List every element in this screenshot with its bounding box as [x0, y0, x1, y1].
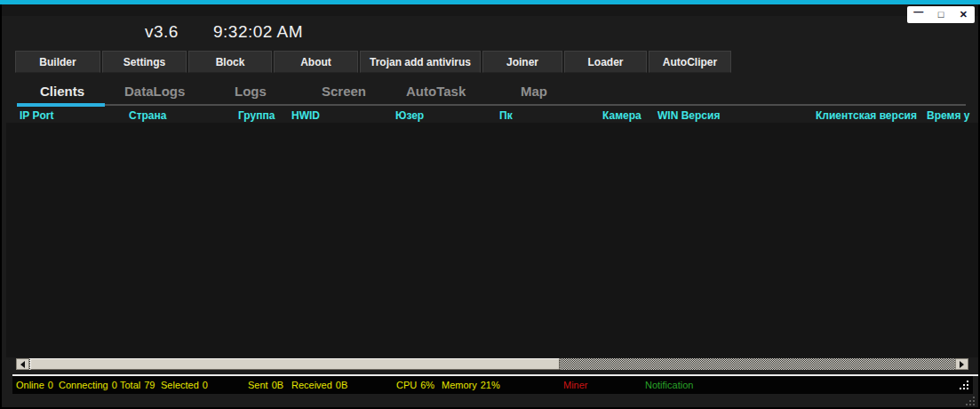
- tab-clients[interactable]: Clients: [40, 84, 84, 99]
- status-miner: Miner: [563, 380, 588, 390]
- block-button[interactable]: Block: [188, 51, 272, 73]
- minimize-button[interactable]: —: [907, 6, 929, 23]
- window-controls: — □ ✕: [907, 6, 975, 23]
- tab-logs[interactable]: Logs: [235, 84, 267, 99]
- status-total: Total79: [120, 380, 155, 390]
- minimize-icon: —: [913, 6, 923, 17]
- tab-autotask[interactable]: AutoTask: [406, 84, 466, 99]
- clients-table-header: IP Port Страна Группа HWID Юзер Пк Камер…: [0, 109, 980, 123]
- arrow-left-icon: [20, 361, 25, 368]
- clients-table-body: [6, 123, 978, 357]
- scroll-left-button[interactable]: [16, 358, 29, 370]
- maximize-button[interactable]: □: [929, 6, 952, 23]
- column-header-pc[interactable]: Пк: [499, 109, 513, 122]
- clock-label: 9:32:02 AM: [213, 22, 303, 42]
- scrollbar-thumb[interactable]: [30, 358, 560, 370]
- status-received: Received0B: [291, 380, 347, 390]
- resize-grip-icon[interactable]: [960, 381, 969, 390]
- app-window: v3.6 9:32:02 AM — □ ✕ Builder Settings B…: [0, 0, 980, 409]
- window-border-left: [0, 4, 2, 409]
- autocliper-button[interactable]: AutoCliper: [649, 51, 731, 73]
- column-header-hwid[interactable]: HWID: [291, 109, 320, 122]
- tab-screen[interactable]: Screen: [322, 84, 366, 99]
- tab-divider-line: [17, 104, 966, 106]
- status-selected: Selected0: [161, 380, 208, 390]
- column-header-camera[interactable]: Камера: [602, 109, 641, 122]
- status-bar: Online0 Connecting0 Total79 Selected0 Se…: [12, 376, 973, 394]
- column-header-time[interactable]: Время у: [927, 109, 969, 122]
- horizontal-scrollbar: [16, 358, 968, 370]
- tab-map[interactable]: Map: [521, 84, 547, 99]
- status-notification: Notification: [645, 380, 693, 390]
- scroll-right-button[interactable]: [955, 358, 968, 370]
- maximize-icon: □: [938, 9, 944, 20]
- status-memory: Memory21%: [442, 380, 500, 390]
- arrow-right-icon: [960, 361, 964, 368]
- close-button[interactable]: ✕: [952, 6, 975, 23]
- status-connecting: Connecting0: [59, 380, 117, 390]
- status-cpu: CPU6%: [396, 380, 434, 390]
- active-tab-underline: [17, 103, 105, 107]
- status-sent: Sent0B: [248, 380, 283, 390]
- column-header-user[interactable]: Юзер: [395, 109, 424, 122]
- toolbar: Builder Settings Block About Trojan add …: [15, 51, 731, 73]
- joiner-button[interactable]: Joiner: [482, 51, 562, 73]
- trojan-add-antivirus-button[interactable]: Trojan add antivirus: [360, 51, 481, 73]
- column-header-group[interactable]: Группа: [238, 109, 275, 122]
- app-version-label: v3.6: [145, 22, 179, 42]
- about-button[interactable]: About: [274, 51, 358, 73]
- status-online: Online0: [16, 380, 53, 390]
- close-icon: ✕: [960, 9, 968, 20]
- column-header-win-version[interactable]: WIN Версия: [657, 109, 720, 122]
- column-header-country[interactable]: Страна: [129, 109, 166, 122]
- tab-datalogs[interactable]: DataLogs: [124, 84, 185, 99]
- builder-button[interactable]: Builder: [15, 51, 100, 73]
- column-header-ip-port[interactable]: IP Port: [20, 109, 53, 122]
- column-header-client-version[interactable]: Клиентская версия: [816, 109, 917, 122]
- window-resize-grip-icon[interactable]: [966, 397, 976, 406]
- settings-button[interactable]: Settings: [102, 51, 187, 73]
- loader-button[interactable]: Loader: [564, 51, 647, 73]
- titlebar-strip: [2, 4, 978, 16]
